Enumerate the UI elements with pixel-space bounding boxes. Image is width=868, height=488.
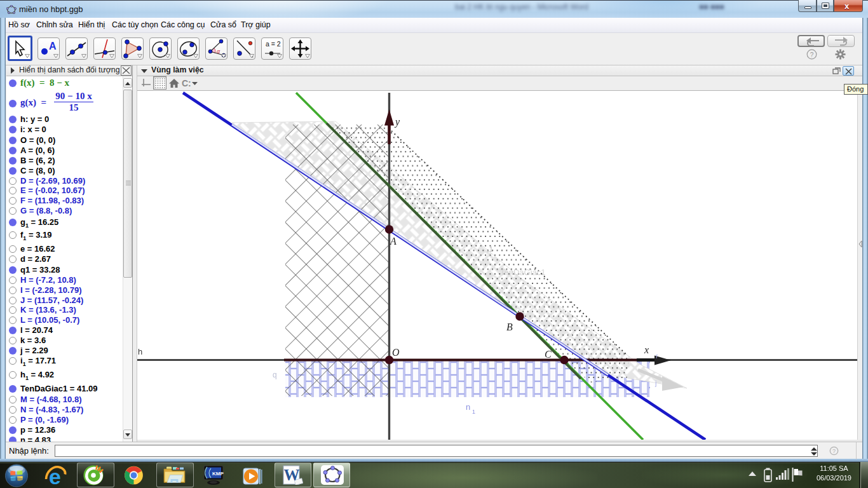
svg-text:q: q <box>273 370 277 379</box>
svg-text:a = 2: a = 2 <box>266 40 281 48</box>
svg-text:j: j <box>654 379 656 387</box>
svg-text:?: ? <box>810 51 814 58</box>
svg-text:W: W <box>284 466 300 484</box>
svg-text:n: n <box>466 402 470 412</box>
svg-text:h: h <box>138 347 142 356</box>
svg-text:TenDaGiac1: TenDaGiac1 <box>500 268 546 277</box>
svg-text:x: x <box>644 344 649 355</box>
svg-text:A: A <box>49 41 57 51</box>
svg-text:O: O <box>392 347 400 358</box>
svg-text:C: C <box>545 349 552 360</box>
svg-text:1: 1 <box>472 409 475 415</box>
svg-text:₁1: ₁1 <box>487 245 493 253</box>
svg-text:B: B <box>506 322 513 332</box>
svg-text:KMP: KMP <box>212 471 224 477</box>
svg-text:?: ? <box>832 448 836 454</box>
svg-text:y: y <box>394 116 400 128</box>
svg-text:α: α <box>217 48 220 55</box>
svg-text:A: A <box>390 236 397 247</box>
